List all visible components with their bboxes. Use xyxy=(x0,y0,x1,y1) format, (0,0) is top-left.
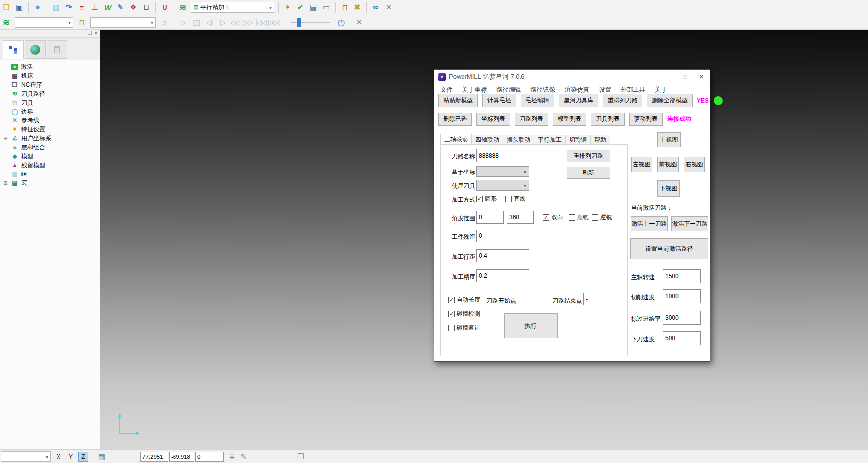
checkbox[interactable] xyxy=(569,214,575,221)
skim-input[interactable] xyxy=(663,311,701,325)
reorder-paths-button-2[interactable]: 重排列刀路 xyxy=(567,150,610,162)
delete-selected-button[interactable]: 删除已选 xyxy=(438,113,472,126)
menu-about[interactable]: 关于 xyxy=(655,86,667,94)
tab-4axis[interactable]: 四轴联动 xyxy=(471,135,503,145)
collision-check-checkbox[interactable]: ✓ 碰撞检测 xyxy=(448,310,480,318)
pause-icon[interactable]: ▯▯ xyxy=(190,17,202,28)
menu-coords[interactable]: 关于坐标 xyxy=(462,86,487,94)
tab-parallel[interactable]: 平行加工 xyxy=(534,135,566,145)
set-active-path-button[interactable]: 设置当前激活路径 xyxy=(630,238,708,259)
list-icon[interactable]: ≣ xyxy=(229,452,235,461)
menu-mirror[interactable]: 路径镜像 xyxy=(530,86,555,94)
coord-y-field[interactable] xyxy=(169,452,194,462)
speed-slider[interactable] xyxy=(291,22,330,23)
tree-item-groups[interactable]: ▧ 组 xyxy=(3,170,100,178)
checkbox[interactable]: ✓ xyxy=(448,311,455,317)
fast-forward-icon[interactable]: ▷▷ xyxy=(242,17,254,28)
tree-item-feature-sets[interactable]: ✦ 特征设置 xyxy=(3,125,100,134)
sim-tool-dropdown[interactable] xyxy=(90,17,156,28)
toolpath-link-icon[interactable]: ↷ xyxy=(63,2,75,13)
conventional-checkbox[interactable]: 逆铣 xyxy=(592,213,612,222)
toolpath-icon[interactable]: ≋ xyxy=(177,2,189,13)
axis-y-button[interactable]: Y xyxy=(66,452,76,462)
ruler-icon[interactable]: ▭ xyxy=(320,2,332,13)
start-point-input[interactable] xyxy=(517,293,548,305)
block-icon[interactable]: ▧ xyxy=(50,2,62,13)
tab-swivel[interactable]: 摆头联动 xyxy=(503,135,534,145)
tree-item-stock-models[interactable]: ▲ 残留模型 xyxy=(3,161,100,170)
cutting-input[interactable] xyxy=(663,289,701,303)
tree-item-levels[interactable]: ≡ 层和组合 xyxy=(3,143,100,152)
checkbox[interactable] xyxy=(505,196,512,202)
top-view-button[interactable]: 上视图 xyxy=(657,132,681,147)
tool-select[interactable] xyxy=(476,180,529,191)
execute-button[interactable]: 执行 xyxy=(504,313,558,338)
sim-toolpath-dropdown[interactable] xyxy=(15,17,73,28)
menu-path-edit[interactable]: 路径编辑 xyxy=(496,86,521,94)
activate-prev-button[interactable]: 激活上一刀路 xyxy=(631,216,668,231)
tree-item-nc-program[interactable]: ❏ NC程序 xyxy=(3,80,100,89)
strategy-dropdown[interactable]: ≣ 平行精加工 xyxy=(191,2,274,13)
tab-explorer-tree[interactable] xyxy=(3,40,24,59)
open-file-icon[interactable]: ❒ xyxy=(0,2,12,13)
collision-check-icon[interactable]: ∪ xyxy=(159,2,171,13)
calc-block-button[interactable]: 计算毛坯 xyxy=(482,94,516,107)
tool-library-button[interactable]: 星河刀具库 xyxy=(559,94,598,107)
dialog-titlebar[interactable]: ✦ PowerMILL 忆梦星河 7.0.6 — □ ✕ xyxy=(434,70,710,84)
drill-tool-icon[interactable]: ⊥ xyxy=(89,2,101,13)
paste-model-button[interactable]: 粘贴新模型 xyxy=(438,94,478,107)
tree-item-machine[interactable]: ▦ 机床 xyxy=(3,71,100,80)
tolerance-input[interactable] xyxy=(476,269,529,282)
coord-z-field[interactable] xyxy=(195,452,224,462)
checkbox[interactable] xyxy=(592,214,598,221)
find-icon[interactable]: ∞ xyxy=(370,2,382,13)
skip-end-icon[interactable]: ▷▷| xyxy=(268,17,280,28)
end-point-input[interactable] xyxy=(583,293,615,305)
sim-close-icon[interactable]: ✕ xyxy=(353,17,365,28)
boundary-icon[interactable]: W xyxy=(102,2,114,13)
angle-to-input[interactable] xyxy=(507,211,534,224)
path-list-button[interactable]: 刀路列表 xyxy=(515,113,548,126)
block-edit-button[interactable]: 毛坯编辑 xyxy=(521,94,554,107)
auto-length-checkbox[interactable]: ✓ 自动长度 xyxy=(448,296,480,304)
menu-simulate[interactable]: 渲染仿真 xyxy=(565,86,589,94)
tree-item-macros[interactable]: ⊞ ▤ 宏 xyxy=(3,178,100,187)
checkbox[interactable]: ✓ xyxy=(543,214,549,221)
tree-item-toolpaths[interactable]: ≋ 刀具路径 xyxy=(3,89,100,98)
skip-start-icon[interactable]: |◁◁ xyxy=(255,17,267,28)
angle-from-input[interactable] xyxy=(476,211,504,224)
checkbox[interactable] xyxy=(448,325,455,331)
grid-icon[interactable]: ▦ xyxy=(98,452,105,461)
speed-slider-handle[interactable] xyxy=(297,18,301,27)
drive-list-button[interactable]: 驱动列表 xyxy=(629,113,663,126)
play-icon[interactable]: ▷ xyxy=(177,17,189,28)
step-forward-icon[interactable]: |▷ xyxy=(216,17,228,28)
reorder-paths-button[interactable]: 重排列刀路 xyxy=(603,94,642,107)
save-icon[interactable]: ▣ xyxy=(13,2,25,13)
swap-icon[interactable]: ✖ xyxy=(351,2,363,13)
menu-file[interactable]: 文件 xyxy=(440,86,453,94)
spindle-input[interactable] xyxy=(663,269,701,283)
tab-help[interactable]: 帮助 xyxy=(590,135,610,145)
tree-item-tools[interactable]: ⊓ 刀具 xyxy=(3,98,100,107)
coord-list-button[interactable]: 坐标列表 xyxy=(476,113,510,126)
tool-holder-icon[interactable]: ⊔ xyxy=(140,2,152,13)
statusbar-dropdown[interactable] xyxy=(1,451,51,462)
bottom-view-button[interactable]: 下视图 xyxy=(657,180,680,197)
pages-icon[interactable]: ❐ xyxy=(297,452,304,461)
menu-ext-tools[interactable]: 外部工具 xyxy=(621,86,645,94)
tree-item-models[interactable]: ◆ 模型 xyxy=(3,152,100,161)
verify-icon[interactable]: ✔ xyxy=(294,2,306,13)
tree-item-workplanes[interactable]: ⊞ ∠ 用户坐标系 xyxy=(3,134,100,143)
maximize-button[interactable]: □ xyxy=(676,70,693,84)
activate-next-button[interactable]: 激活下一刀路 xyxy=(671,216,708,231)
calc-strategy-icon[interactable]: ✶ xyxy=(282,2,293,13)
points-icon[interactable]: ❖ xyxy=(127,2,139,13)
tool-pair-icon[interactable]: ⊓ xyxy=(339,2,350,13)
model-list-button[interactable]: 模型列表 xyxy=(553,113,586,126)
snap-icon[interactable]: ✎ xyxy=(240,452,247,461)
calculator-icon[interactable]: ▤ xyxy=(307,2,319,13)
tree-item-activate[interactable]: > 激活 xyxy=(3,62,100,71)
axis-z-button[interactable]: Z xyxy=(78,452,88,462)
rewind-icon[interactable]: ◁◁ xyxy=(229,17,241,28)
